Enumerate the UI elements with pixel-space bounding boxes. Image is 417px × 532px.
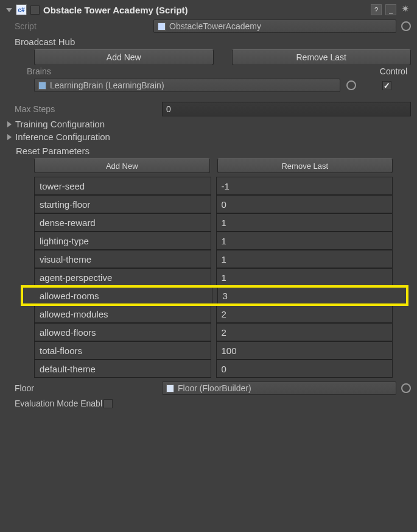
param-value[interactable]: 1: [216, 232, 393, 250]
hub-add-new-button[interactable]: Add New: [34, 49, 214, 65]
param-key[interactable]: agent-perspective: [34, 268, 211, 286]
control-label: Control: [338, 66, 411, 76]
param-value[interactable]: 1: [216, 268, 393, 286]
control-checkbox[interactable]: [382, 81, 391, 90]
hub-remove-last-button[interactable]: Remove Last: [232, 49, 412, 65]
param-key[interactable]: allowed-modules: [34, 305, 211, 323]
param-row: allowed-rooms3: [22, 286, 407, 305]
inference-config-foldout[interactable]: [7, 134, 12, 140]
script-mini-icon: [158, 23, 166, 30]
param-key[interactable]: dense-reward: [34, 213, 211, 232]
param-row: total-floors100: [34, 341, 393, 360]
param-key[interactable]: lighting-type: [34, 232, 211, 250]
param-value[interactable]: 3: [217, 286, 408, 305]
component-foldout[interactable]: [6, 8, 12, 12]
param-row: lighting-type1: [34, 232, 393, 250]
brain-value: LearningBrain (LearningBrain): [50, 80, 164, 90]
training-config-label: Training Configuration: [15, 119, 105, 129]
param-row: allowed-floors2: [34, 323, 393, 341]
param-row: tower-seed-1: [34, 177, 393, 195]
max-steps-label: Max Steps: [15, 104, 162, 114]
brains-label: Brains: [27, 66, 338, 76]
param-row: starting-floor0: [34, 195, 393, 213]
params-add-new-button[interactable]: Add New: [34, 158, 210, 173]
training-config-foldout[interactable]: [7, 121, 12, 127]
param-value[interactable]: -1: [216, 177, 393, 195]
help-icon[interactable]: ?: [371, 4, 382, 15]
max-steps-input[interactable]: [162, 102, 411, 116]
param-value[interactable]: 1: [216, 213, 393, 232]
eval-mode-label: Evaluation Mode Enabl: [15, 399, 102, 408]
script-picker-button[interactable]: [401, 21, 411, 31]
param-value[interactable]: 2: [216, 323, 393, 341]
eval-mode-checkbox[interactable]: [103, 399, 113, 408]
param-row: allowed-modules2: [34, 305, 393, 323]
floor-value: Floor (FloorBuilder): [178, 383, 251, 393]
param-row: agent-perspective1: [34, 268, 393, 286]
floor-label: Floor: [15, 383, 162, 393]
inference-config-label: Inference Configuration: [15, 132, 110, 142]
floor-field[interactable]: Floor (FloorBuilder): [162, 381, 396, 395]
param-key[interactable]: allowed-floors: [34, 323, 211, 341]
script-field: ObstacleTowerAcademy: [153, 20, 396, 33]
param-value[interactable]: 100: [216, 341, 393, 360]
param-row: visual-theme1: [34, 250, 393, 268]
component-enabled-checkbox[interactable]: [30, 5, 40, 15]
gear-icon[interactable]: [400, 4, 411, 15]
reset-params-label: Reset Parameters: [16, 146, 411, 156]
script-value: ObstacleTowerAcademy: [169, 21, 261, 31]
param-key[interactable]: visual-theme: [34, 250, 211, 268]
component-title: Obstacle Tower Academy (Script): [43, 5, 367, 15]
param-value[interactable]: 2: [216, 305, 393, 323]
param-value[interactable]: 0: [216, 360, 393, 378]
param-key[interactable]: default-theme: [34, 360, 211, 378]
brain-picker-button[interactable]: [346, 80, 356, 90]
param-row: dense-reward1: [34, 213, 393, 232]
param-key[interactable]: allowed-rooms: [22, 286, 212, 305]
param-key[interactable]: tower-seed: [34, 177, 211, 195]
param-key[interactable]: starting-floor: [34, 195, 211, 213]
param-row: default-theme0: [34, 360, 393, 378]
floor-picker-button[interactable]: [401, 383, 411, 393]
brain-field[interactable]: LearningBrain (LearningBrain): [34, 79, 340, 92]
params-remove-last-button[interactable]: Remove Last: [217, 158, 393, 173]
floor-mini-icon: [166, 385, 174, 392]
broadcast-hub-label: Broadcast Hub: [15, 37, 411, 47]
script-label: Script: [15, 21, 153, 31]
param-key[interactable]: total-floors: [34, 341, 211, 360]
param-value[interactable]: 1: [216, 250, 393, 268]
csharp-icon: c#: [16, 4, 27, 15]
brain-mini-icon: [38, 82, 46, 90]
param-value[interactable]: 0: [216, 195, 393, 213]
preset-icon[interactable]: ⎯: [385, 4, 396, 15]
